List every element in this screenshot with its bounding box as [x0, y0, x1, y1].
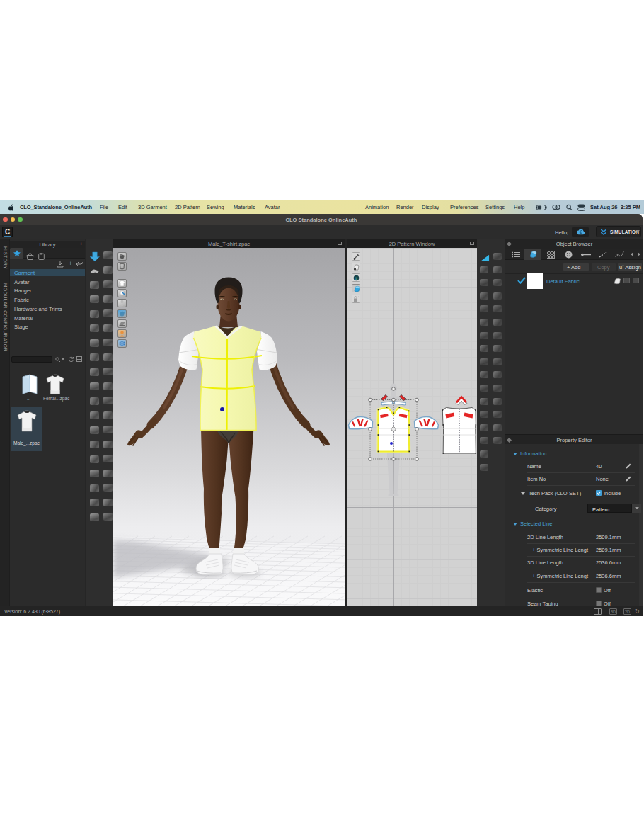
svg-text:i: i [355, 275, 357, 280]
